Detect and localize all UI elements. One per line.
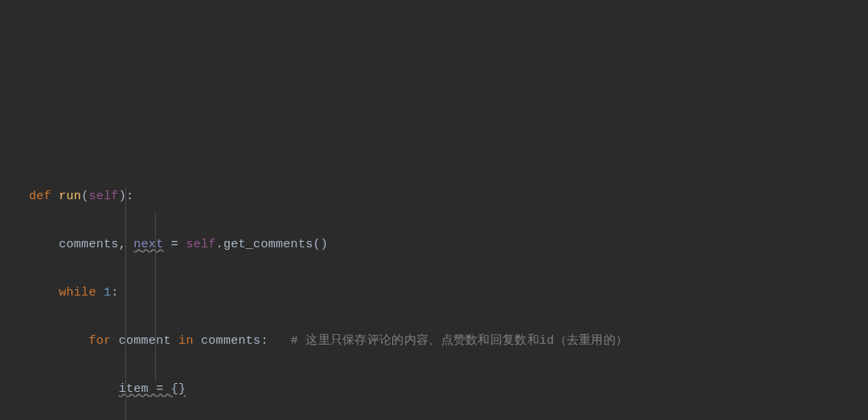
code-line[interactable]: while 1: bbox=[29, 281, 854, 305]
self-ref: self bbox=[186, 238, 215, 251]
number: 1 bbox=[104, 286, 111, 300]
indent-guide bbox=[155, 212, 156, 381]
indent-guide bbox=[125, 186, 126, 420]
sp bbox=[96, 286, 104, 300]
self-ref: self bbox=[88, 190, 118, 203]
code-line[interactable]: item = {} bbox=[29, 377, 854, 402]
function-name: run bbox=[59, 190, 81, 203]
code-editor[interactable]: def run(self): comments, next = self.get… bbox=[29, 112, 854, 420]
eq: = bbox=[163, 238, 186, 251]
sp bbox=[194, 334, 201, 348]
comment: # 这里只保存评论的内容、点赞数和回复数和id（去重用的） bbox=[291, 334, 628, 348]
var: comment bbox=[119, 334, 171, 348]
code-line[interactable]: for comment in comments: # 这里只保存评论的内容、点赞… bbox=[29, 329, 854, 353]
colon: : bbox=[260, 334, 290, 348]
keyword-in: in bbox=[178, 334, 194, 348]
sp bbox=[111, 334, 118, 348]
call: () bbox=[313, 238, 329, 251]
var: comments bbox=[59, 238, 118, 251]
keyword-for: for bbox=[88, 334, 111, 348]
code-line[interactable]: comments, next = self.get_comments() bbox=[29, 233, 854, 257]
builtin-next: next bbox=[133, 238, 163, 251]
colon: : bbox=[111, 286, 118, 300]
keyword-while: while bbox=[59, 286, 96, 300]
keyword-def: def bbox=[29, 190, 51, 203]
var: comments bbox=[201, 334, 260, 348]
var-assign: item = {} bbox=[119, 382, 186, 396]
code-line[interactable]: def run(self): bbox=[29, 185, 854, 209]
sp bbox=[171, 334, 178, 348]
method: get_comments bbox=[223, 238, 313, 251]
dot: . bbox=[216, 238, 223, 251]
